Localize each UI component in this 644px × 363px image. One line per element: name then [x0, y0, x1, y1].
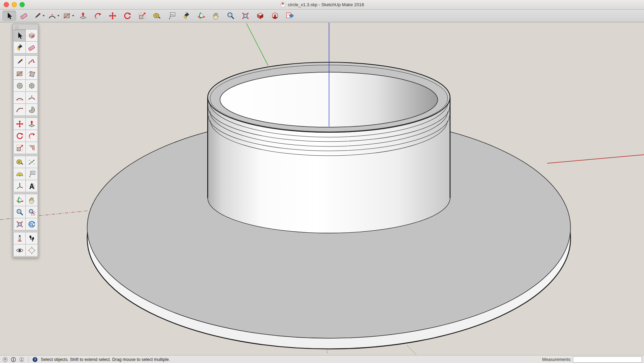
make-component-tool-button[interactable]	[26, 30, 37, 41]
scale-tool-button[interactable]	[135, 11, 149, 21]
two-point-arc-tool-button[interactable]	[26, 92, 37, 103]
tool-group	[13, 118, 38, 154]
zoom-window-tool-button[interactable]	[26, 206, 37, 218]
three-point-arc-tool-button[interactable]	[14, 104, 25, 116]
scale-tool-button[interactable]	[14, 142, 25, 154]
rotated-rectangle-icon	[27, 69, 36, 78]
offset-tool-button[interactable]	[26, 142, 37, 154]
move-tool-button[interactable]	[106, 11, 119, 21]
share-model-icon	[271, 11, 279, 20]
dropdown-caret-icon[interactable]	[43, 15, 45, 16]
traffic-lights	[4, 0, 25, 9]
sign-in-button[interactable]	[19, 356, 25, 363]
text-tool-button[interactable]: A1	[165, 11, 179, 21]
make-component-icon	[27, 31, 36, 40]
scale-icon	[15, 144, 24, 152]
fullscreen-button[interactable]	[20, 2, 25, 7]
select-tool-button[interactable]	[14, 30, 25, 41]
pie-tool-button[interactable]	[26, 104, 37, 116]
share-model-tool-button[interactable]	[268, 11, 282, 21]
geolocate-button[interactable]	[2, 356, 8, 363]
get-models-icon	[256, 11, 265, 20]
modeling-viewport[interactable]: A1	[0, 22, 644, 355]
get-models-tool-button[interactable]	[253, 11, 267, 21]
position-camera-tool-button[interactable]	[14, 232, 25, 244]
look-around-tool-button[interactable]	[14, 244, 25, 256]
move-tool-button[interactable]	[14, 118, 25, 130]
export-model-icon	[285, 11, 294, 20]
section-plane-tool-button[interactable]	[26, 244, 37, 256]
dimensions-tool-button[interactable]	[26, 156, 37, 168]
palette-header[interactable]	[13, 24, 38, 29]
3d-text-tool-button[interactable]	[26, 180, 37, 192]
walk-tool-button[interactable]	[26, 232, 37, 244]
arc-tool-button[interactable]	[14, 92, 25, 103]
circle-tool-button[interactable]	[14, 80, 25, 91]
rotate-tool-button[interactable]	[14, 130, 25, 142]
orbit-tool-button[interactable]	[14, 194, 25, 206]
line-icon	[33, 11, 42, 20]
arc-icon	[15, 94, 24, 102]
follow-me-tool-button[interactable]	[91, 11, 105, 21]
svg-text:?: ?	[34, 358, 36, 361]
line-tool-button[interactable]	[32, 11, 46, 21]
zoom-extents-tool-button[interactable]	[239, 11, 252, 21]
rotate-tool-button[interactable]	[120, 11, 134, 21]
statusbar-divider	[28, 357, 28, 362]
shapes-icon	[62, 11, 71, 20]
zoom-tool-button[interactable]	[224, 11, 238, 21]
pan-tool-button[interactable]	[209, 11, 223, 21]
shapes-tool-button[interactable]	[61, 11, 75, 21]
measurements-input[interactable]	[573, 356, 642, 363]
minimize-button[interactable]	[12, 2, 17, 7]
eraser-icon	[20, 11, 28, 20]
two-point-arc-icon	[27, 94, 36, 102]
freehand-tool-button[interactable]	[26, 56, 37, 67]
axes-tool-button[interactable]	[14, 180, 25, 192]
protractor-tool-button[interactable]	[14, 168, 25, 180]
rotated-rectangle-tool-button[interactable]	[26, 68, 37, 79]
follow-me-icon	[93, 11, 102, 20]
line-tool-button[interactable]	[14, 56, 25, 67]
tape-measure-tool-button[interactable]	[150, 11, 164, 21]
large-tool-set: A1	[12, 24, 39, 258]
orbit-tool-button[interactable]	[194, 11, 208, 21]
zoom-extents-tool-button[interactable]	[14, 218, 25, 230]
credits-button[interactable]	[10, 356, 16, 363]
eraser-tool-button[interactable]	[26, 42, 37, 53]
zoom-tool-button[interactable]	[14, 206, 25, 218]
protractor-icon	[15, 170, 24, 178]
select-tool-button[interactable]	[2, 11, 16, 21]
paint-bucket-tool-button[interactable]	[14, 42, 25, 53]
pan-tool-button[interactable]	[26, 194, 37, 206]
polygon-tool-button[interactable]	[26, 80, 37, 91]
dropdown-caret-icon[interactable]	[72, 15, 74, 16]
push-pull-tool-button[interactable]	[26, 118, 37, 130]
rectangle-tool-button[interactable]	[14, 68, 25, 79]
text-tool-button[interactable]: A1	[26, 168, 37, 180]
eraser-tool-button[interactable]	[17, 11, 31, 21]
select-icon	[15, 31, 24, 40]
export-model-tool-button[interactable]	[283, 11, 297, 21]
scale-icon	[138, 11, 147, 20]
top-toolbar: A1	[0, 10, 644, 22]
paint-bucket-icon	[182, 11, 191, 20]
move-icon	[108, 11, 117, 20]
3d-text-icon	[27, 182, 36, 190]
palette-groups: A1	[13, 29, 38, 256]
viewport-canvas[interactable]	[0, 22, 644, 355]
dropdown-caret-icon[interactable]	[57, 15, 59, 16]
statusbar-icons: ?	[2, 356, 38, 363]
tape-measure-tool-button[interactable]	[14, 156, 25, 168]
zoom-previous-tool-button[interactable]	[26, 218, 37, 230]
follow-me-tool-button[interactable]	[26, 130, 37, 142]
help-button[interactable]: ?	[32, 356, 38, 363]
push-pull-tool-button[interactable]	[76, 11, 90, 21]
close-button[interactable]	[4, 2, 9, 7]
paint-bucket-tool-button[interactable]	[180, 11, 193, 21]
arcs-tool-button[interactable]	[47, 11, 60, 21]
paint-bucket-icon	[15, 43, 24, 52]
palette-close-button[interactable]	[15, 25, 19, 29]
zoom-icon	[15, 208, 24, 217]
look-around-icon	[15, 246, 24, 255]
